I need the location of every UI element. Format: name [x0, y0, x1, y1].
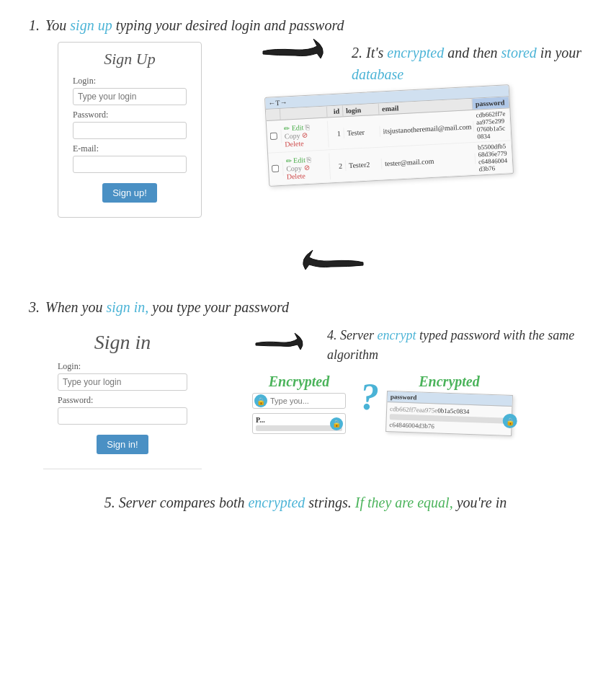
- database-link[interactable]: database: [352, 66, 403, 82]
- step5-text: 5. Server compares both encrypted string…: [29, 491, 582, 514]
- signin-password-label: Password:: [58, 395, 187, 406]
- signup-button[interactable]: Sign up!: [102, 183, 157, 203]
- signup-title: Sign Up: [73, 50, 187, 68]
- question-mark-icon: ?: [360, 376, 379, 418]
- signin-login-input[interactable]: [58, 373, 187, 391]
- password-input[interactable]: [73, 122, 187, 139]
- step3-number: 3.: [29, 299, 40, 316]
- encrypted-label-right: Encrypted: [419, 373, 479, 390]
- row2-email: tester@mail.com: [382, 153, 476, 169]
- enc-pwd-label: P...: [256, 416, 342, 424]
- email-label: E-mail:: [73, 143, 187, 154]
- row1-login: Tester: [344, 125, 380, 138]
- col-login: login: [343, 104, 380, 117]
- step5-section: 5. Server compares both encrypted string…: [29, 491, 582, 514]
- edit-icon[interactable]: ✏ Edit: [284, 123, 304, 132]
- col-checkbox: [266, 109, 281, 120]
- col-password: password: [472, 97, 509, 110]
- arrow-right-2-icon: [252, 324, 317, 366]
- signin-password-input[interactable]: [58, 407, 187, 425]
- step2-text: 2. It's encrypted and then stored in you…: [352, 42, 582, 85]
- row2-checkbox[interactable]: [272, 164, 280, 174]
- step3-text: When you sign in, you type your password: [45, 296, 289, 318]
- signin-link[interactable]: sign in,: [106, 299, 148, 315]
- email-input[interactable]: [73, 156, 187, 173]
- encrypted-link[interactable]: encrypted: [387, 45, 444, 61]
- signup-form: Sign Up Login: Password: E-mail: Sign up…: [58, 42, 202, 218]
- db-encrypted-table: password cdb662ff7eaa975e0b1a5c0834 c648…: [385, 391, 513, 436]
- arrow-left-icon: [287, 239, 367, 289]
- signin-button[interactable]: Sign in!: [97, 435, 148, 454]
- login-input[interactable]: [73, 88, 187, 105]
- step5-encrypted-link[interactable]: encrypted: [248, 495, 305, 510]
- login-label: Login:: [73, 76, 187, 87]
- enc-pwd-val: [256, 425, 342, 431]
- step1-signup-link[interactable]: sign up: [70, 17, 112, 33]
- step5-equal-link[interactable]: If they are equal,: [355, 495, 453, 510]
- lock-icon-db: 🔒: [502, 414, 517, 429]
- signin-login-label: Login:: [58, 361, 187, 372]
- lock-icon-left: 🔒: [254, 394, 267, 407]
- row2-password: b5500dfb568d36e779c64846004d3b76: [475, 141, 513, 174]
- step1-text-before: You: [45, 17, 70, 33]
- edit-icon2[interactable]: ✏ Edit: [285, 156, 306, 164]
- database-table: ←T→ id login email password ✏ Edit ⎘ Cop…: [264, 84, 514, 187]
- row1-id: 1: [328, 128, 344, 139]
- signin-title: Sign in: [58, 331, 187, 354]
- row1-actions: ✏ Edit ⎘ Copy ⊘ Delete: [281, 120, 329, 149]
- db-enc-header: password: [391, 393, 417, 401]
- row1-email: itsjustanotheremail@mail.com: [380, 120, 474, 136]
- row1-checkbox[interactable]: [269, 131, 277, 141]
- row2-login: Tester2: [346, 158, 383, 171]
- db-controls: ←T→: [268, 98, 287, 107]
- step1-number: 1.: [29, 17, 40, 34]
- row2-id: 2: [330, 160, 347, 172]
- encrypt-link[interactable]: encrypt: [377, 328, 416, 342]
- row1-password: cdb662ff7eaa975e2990760b1a5c0834: [473, 108, 511, 142]
- lock-icon-pwd: 🔒: [330, 417, 343, 430]
- password-label: Password:: [73, 110, 187, 120]
- row2-actions: ✏ Edit ⎘ Copy ⊘ Delete: [282, 153, 331, 182]
- encrypted-label-left: Encrypted: [269, 373, 329, 390]
- signin-form: Sign in Login: Password: Sign in!: [43, 324, 202, 469]
- arrow-right-icon: [259, 28, 339, 78]
- stored-link[interactable]: stored: [501, 45, 537, 61]
- col-id: id: [327, 105, 344, 117]
- step4-text: 4. Server encrypt typed password with th…: [327, 326, 582, 365]
